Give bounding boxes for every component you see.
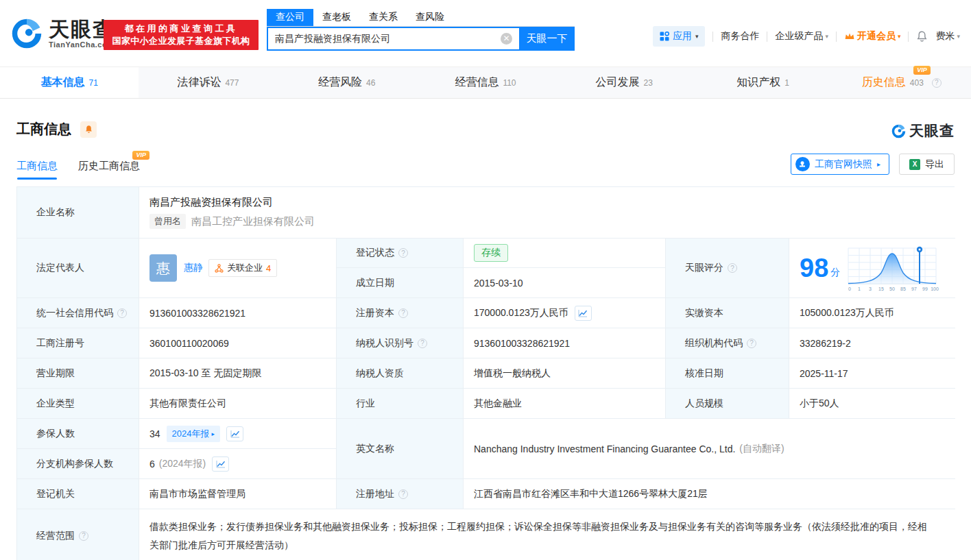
search-button[interactable]: 天眼一下 — [519, 27, 575, 51]
field-value-english-name: Nanchang Industry Investment Financing G… — [464, 419, 955, 479]
tab-intellectual-property[interactable]: 知识产权 1 — [693, 67, 832, 98]
apps-menu[interactable]: 应用 ▾ — [653, 26, 706, 47]
tab-count: 1 — [784, 78, 789, 88]
tab-count: 71 — [88, 78, 97, 88]
tab-history-info[interactable]: VIP 历史信息 403 ? — [832, 67, 971, 98]
subscribe-bell-icon[interactable] — [80, 121, 97, 138]
search-tab-risk[interactable]: 查风险 — [407, 9, 453, 26]
field-label-paid-capital: 实缴资本 — [666, 298, 789, 328]
apps-label: 应用 — [673, 30, 692, 42]
nav-enterprise-products[interactable]: 企业级产品 ▾ — [775, 30, 828, 42]
reg-capital-label: 注册资本 — [356, 307, 394, 319]
svg-text:85: 85 — [900, 287, 906, 291]
svg-text:50: 50 — [889, 287, 895, 291]
divider — [908, 32, 909, 42]
field-value-authority: 南昌市市场监督管理局 — [139, 479, 337, 509]
tab-legal-litigation[interactable]: 法律诉讼 477 — [139, 67, 277, 98]
snapshot-label: 工商官网快照 — [815, 158, 872, 171]
subtab-label: 历史工商信息 — [78, 160, 140, 171]
tianyancha-logo[interactable]: 天眼查 TianYanCha.com — [10, 16, 115, 51]
field-value-business-scope: 借款类担保业务；发行债券担保业务和其他融资担保业务；投标担保；工程履约担保；诉讼… — [139, 509, 955, 560]
network-icon — [215, 264, 224, 273]
main-content: 工商信息 天眼查 工商信息 VIP 历史工商信息 — [0, 120, 971, 560]
help-icon[interactable]: ? — [398, 248, 408, 258]
field-label-reg-status: 登记状态? — [337, 239, 464, 268]
search-input[interactable] — [267, 27, 519, 51]
annual-report-badge[interactable]: 2024年报 ▸ — [167, 426, 220, 442]
field-value-company-name: 南昌产投融资担保有限公司 曾用名 南昌工控产业担保有限公司 — [139, 187, 955, 239]
help-icon[interactable]: ? — [398, 489, 408, 499]
address-label: 注册地址 — [356, 488, 394, 500]
arrow-right-icon: ▸ — [212, 430, 215, 437]
help-icon[interactable]: ? — [418, 339, 427, 348]
scope-label: 经营范围 — [36, 530, 75, 542]
help-icon[interactable]: ? — [747, 339, 756, 348]
divider — [712, 32, 713, 42]
tab-company-development[interactable]: 公司发展 23 — [555, 67, 693, 98]
field-label-score: 天眼评分? — [666, 239, 789, 298]
related-companies-badge[interactable]: 关联企业 4 — [208, 259, 277, 277]
svg-text:0: 0 — [848, 287, 851, 291]
tab-operation-info[interactable]: 经营信息 110 — [416, 67, 555, 98]
related-companies-label: 关联企业 — [227, 262, 263, 274]
slogan-banner: 都在用的商业查询工具 国家中小企业发展子基金旗下机构 — [104, 20, 259, 50]
chevron-down-icon: ▾ — [825, 33, 828, 40]
trend-chart-icon[interactable] — [212, 456, 229, 472]
chevron-down-icon: ▾ — [898, 33, 901, 40]
help-icon[interactable]: ? — [932, 78, 942, 88]
divider — [767, 32, 767, 42]
export-button[interactable]: X 导出 — [899, 154, 955, 175]
trend-chart-icon[interactable] — [575, 306, 592, 321]
subtab-business-info[interactable]: 工商信息 — [16, 160, 58, 173]
nav-user[interactable]: 费米 ▾ — [935, 30, 960, 42]
help-icon[interactable]: ? — [79, 531, 88, 541]
crown-icon — [844, 32, 855, 41]
field-value-established: 2015-03-10 — [464, 268, 666, 298]
field-value-taxpayer-quality: 增值税一般纳税人 — [464, 358, 666, 389]
help-icon[interactable]: ? — [117, 308, 127, 318]
clear-icon[interactable]: ✕ — [501, 33, 512, 45]
search-input-wrap: ✕ — [267, 27, 519, 51]
search-row: ✕ 天眼一下 — [267, 27, 575, 51]
field-value-uscc: 913601003328621921 — [139, 298, 337, 328]
subtab-history-business-info[interactable]: VIP 历史工商信息 — [78, 160, 140, 173]
page-tabs: 基本信息 71 法律诉讼 477 经营风险 46 经营信息 110 公司发展 2… — [0, 66, 971, 99]
related-companies-count: 4 — [266, 263, 271, 273]
search-tabs: 查公司 查老板 查关系 查风险 — [267, 9, 575, 27]
field-value-taxpayer-id: 913601003328621921 — [464, 328, 666, 358]
branch-insured-count: 6 — [149, 459, 155, 470]
help-icon[interactable]: ? — [398, 308, 408, 318]
field-label-legal-rep: 法定代表人 — [17, 239, 139, 298]
legal-rep-avatar[interactable]: 惠 — [149, 254, 177, 282]
tab-operation-risk[interactable]: 经营风险 46 — [278, 67, 416, 98]
field-value-approval-date: 2025-11-17 — [789, 358, 955, 389]
field-label-business-scope: 经营范围? — [17, 509, 139, 560]
header: 天眼查 TianYanCha.com 都在用的商业查询工具 国家中小企业发展子基… — [0, 0, 971, 66]
nav-biz-cooperation[interactable]: 商务合作 — [721, 30, 759, 42]
field-label-branch-insured: 分支机构参保人数 — [17, 449, 139, 479]
field-label-address: 注册地址? — [337, 479, 464, 509]
tab-basic-info[interactable]: 基本信息 71 — [0, 67, 139, 98]
tab-label: 法律诉讼 — [177, 75, 221, 90]
search-tab-company[interactable]: 查公司 — [267, 9, 313, 26]
snapshot-stamp-icon — [795, 157, 810, 171]
former-name-badge: 曾用名 — [149, 214, 186, 229]
field-value-staff-size: 小于50人 — [789, 389, 955, 419]
trend-chart-icon[interactable] — [226, 426, 243, 441]
notification-bell-icon[interactable] — [916, 31, 928, 42]
nav-open-vip[interactable]: 开通会员 ▾ — [844, 30, 901, 42]
section-actions: 工商官网快照 ▸ X 导出 — [791, 154, 955, 175]
field-value-legal-rep: 惠 惠静 关联企业 4 — [139, 239, 337, 298]
vip-badge: VIP — [913, 66, 931, 75]
search-tab-relation[interactable]: 查关系 — [360, 9, 407, 26]
legal-rep-link[interactable]: 惠静 — [184, 262, 203, 274]
search-tab-boss[interactable]: 查老板 — [313, 9, 360, 26]
reg-status-label: 登记状态 — [356, 247, 394, 259]
help-icon[interactable]: ? — [728, 263, 737, 273]
vip-badge: VIP — [132, 151, 149, 160]
former-name: 南昌工控产业担保有限公司 — [191, 215, 315, 228]
excel-icon: X — [909, 159, 920, 170]
score-number: 98 — [800, 255, 828, 281]
annual-report-label: 2024年报 — [172, 428, 210, 440]
official-snapshot-button[interactable]: 工商官网快照 ▸ — [791, 154, 889, 175]
